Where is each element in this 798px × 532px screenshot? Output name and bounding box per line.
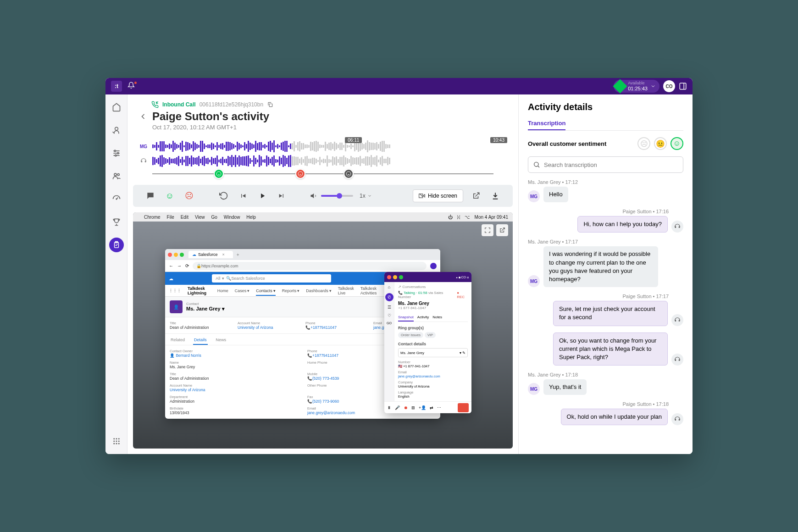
volume-control[interactable]	[310, 192, 353, 200]
popout-button[interactable]	[470, 189, 482, 202]
svg-point-26	[346, 172, 351, 176]
w-home-icon[interactable]: ⌂	[388, 285, 390, 289]
sentiment-sad-icon[interactable]: ☹	[637, 137, 650, 150]
sentiment-marker-sad[interactable]	[295, 169, 305, 179]
svg-point-8	[115, 155, 116, 156]
sentiment-label: Overall customer sentiment	[528, 140, 606, 147]
svg-point-2	[115, 127, 118, 130]
search-input[interactable]	[544, 161, 678, 168]
nav-trophy[interactable]	[109, 215, 124, 229]
comment-button[interactable]	[144, 189, 157, 202]
w-more-icon[interactable]: ⋯	[437, 405, 441, 410]
nav-sliders[interactable]	[109, 146, 124, 161]
call-type: Inbound Call	[162, 101, 196, 108]
back-icon[interactable]	[139, 112, 148, 121]
nav-team[interactable]	[109, 169, 124, 183]
notifications-icon[interactable]	[127, 82, 137, 91]
nav-apps[interactable]	[109, 434, 124, 449]
w-record-icon[interactable]: ⏺	[404, 405, 408, 410]
svg-point-18	[116, 441, 117, 442]
app-logo-icon[interactable]: :t	[111, 81, 122, 92]
nav-home[interactable]	[109, 100, 124, 115]
happy-button[interactable]: ☺	[163, 189, 176, 202]
transcript-message[interactable]: Ms. Jane Grey • 17:17MGI was wondering i…	[528, 239, 683, 287]
transcript-message[interactable]: Paige Sutton • 17:17Sure, let me just ch…	[528, 294, 683, 326]
next-button[interactable]	[275, 189, 288, 202]
svg-rect-23	[269, 104, 272, 106]
svg-point-10	[117, 174, 119, 176]
url-field[interactable]: 🔒 https://example.com	[193, 262, 427, 270]
nav-agent[interactable]	[109, 123, 124, 138]
w-chat-icon[interactable]: ☰	[388, 305, 391, 310]
transcript-list: Ms. Jane Grey • 17:12MGHelloPaige Sutton…	[519, 179, 693, 454]
svg-point-22	[118, 443, 119, 444]
svg-point-9	[114, 173, 116, 176]
svg-point-6	[114, 150, 116, 151]
w-go-icon[interactable]: GO	[387, 321, 392, 325]
page-title: Paige Sutton's activity	[152, 110, 269, 123]
svg-point-21	[116, 443, 117, 444]
headphones-icon	[140, 158, 147, 164]
transcript-message[interactable]: Ms. Jane Grey • 17:18MGYup, that's it	[528, 372, 683, 395]
speaker-label: MG	[139, 144, 149, 149]
play-button[interactable]	[256, 189, 269, 202]
sentiment-happy-icon[interactable]: ☺	[671, 137, 683, 150]
search-icon	[533, 161, 540, 168]
transcript-message[interactable]: Ok, so you want to change from your curr…	[528, 332, 683, 366]
fullscreen-button[interactable]	[482, 224, 493, 236]
panel-title: Activity details	[528, 102, 683, 112]
transcript-message[interactable]: Paige Sutton • 17:18Ok, hold on while I …	[528, 401, 683, 425]
transcript-message[interactable]: Ms. Jane Grey • 17:12MGHello	[528, 179, 683, 202]
w-transfer-icon[interactable]: ⇄	[430, 405, 433, 410]
download-button[interactable]	[489, 189, 502, 202]
sentiment-marker-happy[interactable]	[214, 169, 224, 179]
sentiment-marker-neutral[interactable]	[344, 169, 354, 179]
end-call-button[interactable]	[458, 403, 469, 412]
status-label: Available	[628, 81, 648, 86]
agent-status[interactable]: Available 01:25:43	[614, 80, 659, 93]
prev-button[interactable]	[237, 189, 249, 202]
sad-button[interactable]: ☹	[183, 189, 195, 202]
svg-point-19	[118, 441, 119, 442]
playback-speed[interactable]: 1x	[360, 193, 372, 199]
new-tab-button[interactable]: +	[237, 252, 239, 257]
sf-search[interactable]: All▾🔍 Search Salesforce	[212, 274, 331, 283]
call-id: 006118fd12e526hjq310bn	[200, 101, 263, 108]
contact-avatar-icon: 👤	[170, 300, 183, 313]
w-active-icon[interactable]: ✆	[385, 293, 393, 301]
svg-point-24	[216, 172, 221, 176]
svg-point-16	[118, 438, 119, 439]
svg-point-7	[117, 152, 118, 154]
sidebar-rail	[105, 94, 127, 454]
transcript-search[interactable]	[528, 156, 683, 173]
replay-button[interactable]	[217, 189, 230, 202]
browser-tab[interactable]: ☁Salesforce×	[188, 251, 233, 258]
user-avatar[interactable]: CO	[663, 80, 675, 92]
nav-gauge[interactable]	[109, 192, 124, 206]
tab-transcription[interactable]: Transcription	[528, 117, 565, 130]
hide-screen-button[interactable]: Hide screen	[413, 189, 463, 202]
external-button[interactable]	[496, 224, 508, 236]
svg-point-20	[113, 443, 115, 444]
svg-point-17	[113, 441, 115, 442]
svg-point-14	[113, 438, 115, 439]
page-subtitle: Oct 17, 2020, 10:12 AM GMT+1	[152, 124, 507, 131]
player-bar: ☺ ☹ 1x Hide screen	[133, 185, 513, 207]
panel-toggle-icon[interactable]	[679, 82, 687, 90]
w-pause-icon[interactable]: ⏸	[387, 405, 391, 410]
app-window: :t Available 01:25:43 CO	[105, 78, 693, 454]
svg-point-25	[298, 172, 303, 176]
activity-details-panel: Activity details Transcription Overall c…	[518, 94, 693, 454]
w-mute-icon[interactable]: 🎤	[395, 405, 400, 410]
w-bell-icon[interactable]: ♡	[388, 313, 391, 318]
nav-clipboard[interactable]	[109, 238, 124, 252]
time-marker-end: 10:43	[490, 137, 507, 143]
copy-icon[interactable]	[267, 101, 273, 108]
waveform-area[interactable]: 06:11 10:43 MG	[127, 135, 518, 181]
w-add-icon[interactable]: +👤	[419, 405, 426, 410]
activity-header: Inbound Call 006118fd12e526hjq310bn Paig…	[127, 94, 518, 135]
inbound-call-icon	[151, 101, 159, 108]
w-keypad-icon[interactable]: ⊞	[411, 405, 415, 410]
transcript-message[interactable]: Paige Sutton • 17:16Hi, how can I help y…	[528, 209, 683, 233]
sentiment-neutral-icon[interactable]: 😐	[654, 137, 667, 150]
